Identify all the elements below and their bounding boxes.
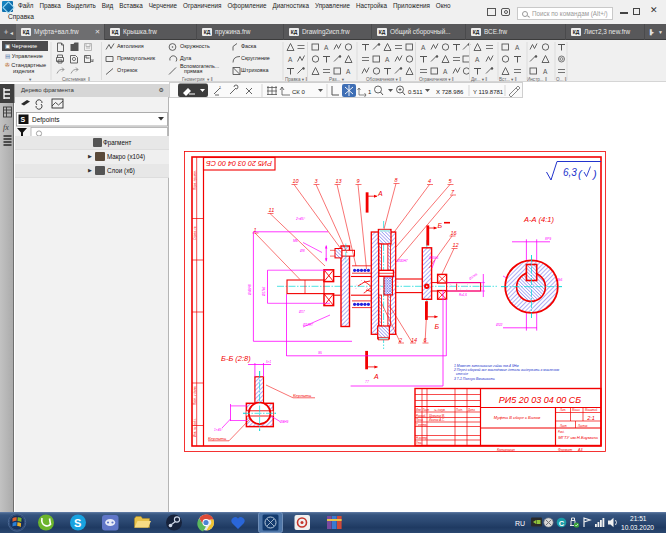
svg-text:Т.контр.: Т.контр. (416, 423, 428, 427)
svg-text:Копировал: Копировал (497, 448, 515, 452)
svg-text:А: А (377, 190, 383, 197)
svg-text:Изм: Изм (416, 408, 421, 412)
svg-text:A: A (346, 68, 351, 75)
svg-text:А: А (373, 373, 379, 380)
svg-text:РИ5 20 03 04 00 СБ: РИ5 20 03 04 00 СБ (499, 395, 581, 405)
svg-text:9: 9 (357, 178, 360, 184)
svg-text:Утв.: Утв. (416, 441, 423, 445)
svg-text:11: 11 (269, 207, 275, 213)
svg-text:Ø35k6: Ø35k6 (428, 256, 439, 260)
svg-text:0.511: 0.511 (408, 89, 423, 95)
svg-text:Кернить: Кернить (293, 393, 312, 398)
svg-text:16: 16 (451, 230, 458, 236)
svg-text:№ докум.: № докум. (434, 408, 446, 412)
svg-text:Перв. примен.: Перв. примен. (193, 170, 197, 190)
svg-text:A3: A3 (577, 448, 582, 452)
svg-text:A: A (288, 56, 293, 63)
svg-text:S: S (74, 517, 81, 529)
svg-text:Масштаб: Масштаб (585, 408, 598, 412)
svg-text:Лит.: Лит. (559, 408, 566, 412)
svg-text:A: A (385, 56, 390, 63)
svg-text:Масса: Масса (572, 408, 580, 412)
svg-text:Ø8: Ø8 (299, 249, 305, 253)
svg-text:Разраб.: Разраб. (416, 414, 426, 418)
svg-text:Разд.: Разд. (558, 430, 565, 434)
svg-text:РИ5 20 03 04 00 СБ: РИ5 20 03 04 00 СБ (206, 159, 272, 168)
svg-text:Лист: Лист (422, 408, 431, 412)
svg-text:Ø4H9: Ø4H9 (279, 420, 289, 424)
svg-text:12: 12 (453, 242, 459, 248)
svg-text:10: 10 (293, 178, 300, 184)
svg-text:Ø17k6: Ø17k6 (262, 286, 266, 297)
svg-text:1: 1 (219, 85, 222, 90)
svg-text:Иванов А.С.: Иванов А.С. (429, 418, 445, 422)
svg-text:6,3: 6,3 (563, 167, 577, 178)
svg-text:A: A (515, 44, 520, 51)
svg-text:14: 14 (411, 337, 417, 343)
svg-text:8P9: 8P9 (545, 237, 551, 241)
svg-text:1: 1 (368, 89, 372, 95)
svg-text:М6: М6 (293, 239, 298, 243)
svg-text:77: 77 (365, 380, 369, 384)
svg-text:МГТУ им.Н.Баумана: МГТУ им.Н.Баумана (558, 435, 598, 440)
svg-text:Лист: Лист (559, 424, 568, 428)
svg-text:3 Т-1 Полную Вмазывать: 3 Т-1 Полную Вмазывать (454, 377, 495, 381)
svg-text:СК 0: СК 0 (292, 89, 305, 95)
svg-text:95: 95 (318, 351, 322, 355)
svg-text:1×45°: 1×45° (214, 428, 223, 432)
svg-text:Шумилов М.: Шумилов М. (429, 414, 445, 418)
svg-text:Подп. и дата: Подп. и дата (193, 386, 197, 405)
svg-text:Пров.: Пров. (416, 418, 424, 422)
svg-text:A: A (475, 56, 480, 63)
svg-text:A: A (421, 44, 426, 51)
svg-text:Б: Б (438, 222, 443, 229)
svg-text:Листов: Листов (577, 424, 588, 428)
svg-text:2×45°: 2×45° (295, 217, 306, 221)
svg-text:Defpoints: Defpoints (32, 116, 60, 124)
svg-text:21:51: 21:51 (630, 515, 647, 522)
svg-text:4: 4 (428, 178, 431, 184)
svg-text:Муфта В сборе с Валом: Муфта В сборе с Валом (494, 415, 541, 420)
svg-text:Б: Б (435, 323, 440, 330)
svg-text:Y 119.8781: Y 119.8781 (473, 89, 504, 95)
svg-text:Дата: Дата (467, 408, 475, 412)
svg-text:10.03.2020: 10.03.2020 (621, 524, 654, 531)
svg-text:X 728.986: X 728.986 (436, 89, 464, 95)
svg-text:Ø48H8: Ø48H8 (248, 284, 252, 296)
svg-text:Ra1,6: Ra1,6 (459, 293, 467, 297)
svg-text:2: 2 (398, 337, 402, 343)
svg-text:Н.контр.: Н.контр. (416, 436, 428, 440)
svg-text:Формат: Формат (558, 448, 572, 452)
svg-text:2:1: 2:1 (586, 415, 595, 421)
svg-text:fx: fx (3, 123, 9, 132)
svg-text:13: 13 (336, 178, 343, 184)
svg-text:A: A (443, 68, 448, 75)
svg-text:А-А (4:1): А-А (4:1) (523, 215, 555, 224)
svg-text:S: S (21, 116, 26, 123)
svg-text:Инв. № подл.: Инв. № подл. (193, 418, 197, 437)
svg-text:2 Перед сборкой все маслоёмкие: 2 Перед сборкой все маслоёмкие детали вы… (453, 368, 560, 372)
svg-text:Б-Б (2:8): Б-Б (2:8) (221, 354, 251, 363)
svg-text:Ø30H7: Ø30H7 (396, 259, 408, 263)
svg-text:Кернить: Кернить (208, 436, 227, 441)
svg-text:Справ. №: Справ. № (193, 226, 197, 240)
svg-text:Ø22: Ø22 (495, 323, 503, 327)
svg-text:Ø17: Ø17 (298, 310, 305, 314)
svg-text:Подп.: Подп. (456, 408, 463, 412)
svg-text:A: A (324, 44, 329, 51)
svg-text:A: A (543, 68, 548, 75)
svg-text:5×1: 5×1 (266, 360, 271, 364)
svg-text:C: C (559, 519, 565, 528)
svg-text:RU: RU (515, 520, 525, 527)
